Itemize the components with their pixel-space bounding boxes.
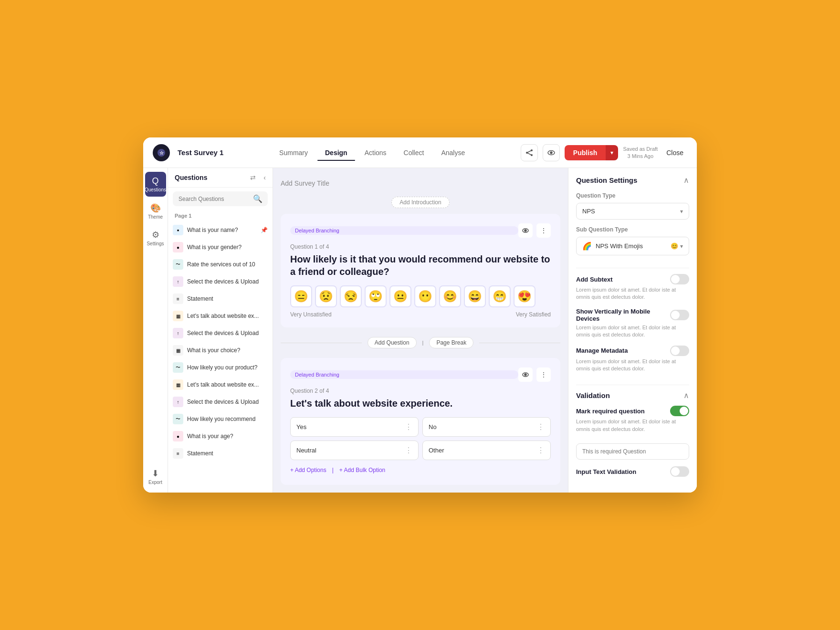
add-bulk-button[interactable]: + Add Bulk Option [339, 467, 385, 473]
question-type-dropdown[interactable]: NPS ▾ [576, 203, 689, 220]
emoji-btn-1[interactable]: 😟 [315, 285, 337, 307]
search-input[interactable] [178, 196, 250, 202]
collapse-icon[interactable]: ‹ [263, 174, 266, 181]
add-survey-title[interactable]: Add Survey Title [281, 176, 560, 191]
list-item[interactable]: ▪ What is your name? 📌 [168, 221, 273, 239]
list-item[interactable]: ↑ Select the devices & Upload [168, 325, 273, 342]
manage-metadata-toggle[interactable] [670, 346, 689, 356]
mc-option-text: Neutral [296, 447, 316, 454]
right-panel-collapse-button[interactable]: ∧ [683, 176, 689, 185]
validation-collapse-button[interactable]: ∧ [683, 391, 689, 400]
svg-point-8 [550, 152, 552, 154]
q-icon-type: ↑ [173, 276, 183, 287]
question-list: ▪ What is your name? 📌 ● What is your ge… [168, 221, 273, 493]
q2-number: Question 2 of 4 [290, 388, 551, 394]
q-item-text: What is your name? [187, 227, 257, 233]
mc-option-more[interactable]: ⋮ [405, 446, 412, 455]
list-item[interactable]: ▦ Let's talk about website ex... [168, 376, 273, 393]
mark-required-toggle[interactable] [670, 406, 689, 416]
settings-label: Settings [147, 241, 164, 246]
list-item[interactable]: 〜 How likely you recommend [168, 410, 273, 428]
sub-question-type-label: Sub Question Type [576, 226, 689, 233]
list-item[interactable]: ▦ Let's talk about website ex... [168, 307, 273, 325]
add-options-pipe: | [332, 467, 334, 473]
publish-dropdown-button[interactable]: ▾ [606, 145, 618, 160]
list-item[interactable]: ≡ Statement [168, 290, 273, 307]
sidebar-theme[interactable]: 🎨 Theme [145, 199, 166, 223]
input-text-validation-toggle[interactable] [670, 466, 689, 477]
emoji-btn-7[interactable]: 😄 [464, 285, 486, 307]
mc-option-more[interactable]: ⋮ [537, 422, 545, 431]
list-item[interactable]: ↑ Select the devices & Upload [168, 273, 273, 290]
list-item[interactable]: ≡ Statement [168, 445, 273, 462]
q-item-text: What is your age? [187, 433, 268, 440]
search-box: 🔍 [173, 191, 268, 206]
divider-right [479, 343, 560, 343]
tab-design[interactable]: Design [317, 145, 355, 160]
sub-question-type-dropdown[interactable]: 🌈 NPS With Emojis 😊 ▾ [576, 237, 689, 255]
mc-option-more[interactable]: ⋮ [405, 422, 412, 431]
questions-panel-title: Questions [175, 174, 246, 181]
card-eye-button-1[interactable] [518, 223, 533, 238]
tab-analyse[interactable]: Analyse [433, 145, 472, 160]
card-eye-button-2[interactable] [518, 368, 533, 382]
show-vertical-toggle[interactable] [670, 310, 689, 320]
list-item[interactable]: ● What is your age? [168, 428, 273, 445]
card-more-button-1[interactable]: ⋮ [536, 223, 551, 238]
sidebar-export[interactable]: ⬇ Export [145, 464, 166, 489]
add-options-button[interactable]: + Add Options [290, 467, 326, 473]
list-item[interactable]: ● What is your gender? [168, 239, 273, 256]
list-item[interactable]: ↑ Select the devices & Upload [168, 393, 273, 410]
publish-button[interactable]: Publish [565, 145, 606, 160]
questions-label: Questions [145, 187, 166, 192]
card-more-button-2[interactable]: ⋮ [536, 368, 551, 382]
preview-icon[interactable] [543, 144, 560, 161]
sub-type-emoji: 🌈 [582, 242, 592, 251]
mc-option-more[interactable]: ⋮ [537, 446, 545, 455]
add-intro-button[interactable]: Add Introduction [391, 197, 449, 208]
add-question-button[interactable]: Add Question [368, 337, 417, 348]
close-button[interactable]: Close [662, 147, 687, 158]
q-item-text: Select the devices & Upload [187, 330, 268, 336]
add-subtext-label: Add Subtext [576, 276, 670, 283]
emoji-row: 😑 😟 😒 🙄 😐 😶 😊 😄 😁 😍 [290, 285, 551, 307]
list-item[interactable]: 〜 Rate the services out of 10 [168, 256, 273, 273]
q-item-text: Let's talk about website ex... [187, 313, 268, 319]
emoji-btn-3[interactable]: 🙄 [365, 285, 387, 307]
required-question-input[interactable] [576, 443, 689, 460]
emoji-btn-5[interactable]: 😶 [414, 285, 436, 307]
main-content: Q Questions 🎨 Theme ⚙ Settings ⬇ Export … [143, 168, 697, 493]
list-item[interactable]: ▦ What is your choice? [168, 342, 273, 359]
export-label: Export [148, 480, 162, 485]
emoji-btn-6[interactable]: 😊 [439, 285, 461, 307]
emoji-btn-0[interactable]: 😑 [290, 285, 312, 307]
card-top-bar-1: Delayed Branching ⋮ [290, 223, 551, 238]
tab-summary[interactable]: Summary [272, 145, 315, 160]
app-logo[interactable]: ☆ [153, 144, 170, 161]
emoji-btn-4[interactable]: 😐 [389, 285, 411, 307]
shuffle-icon[interactable]: ⇄ [250, 174, 256, 181]
emoji-btn-8[interactable]: 😁 [489, 285, 511, 307]
sidebar-questions[interactable]: Q Questions [145, 172, 166, 197]
emoji-btn-2[interactable]: 😒 [340, 285, 362, 307]
mc-option-yes: Yes ⋮ [290, 417, 419, 437]
list-item[interactable]: 〜 How likely you our product? [168, 359, 273, 376]
tab-actions[interactable]: Actions [357, 145, 394, 160]
emoji-btn-9[interactable]: 😍 [514, 285, 536, 307]
mc-options: Yes ⋮ No ⋮ Neutral ⋮ Other ⋮ [290, 417, 551, 460]
q-icon-type: ≡ [173, 294, 183, 304]
add-subtext-desc: Lorem ipsum dolor sit amet. Et dolor ist… [576, 286, 689, 301]
app-title: Test Survey 1 [178, 148, 223, 157]
q-icon-type: ● [173, 431, 183, 441]
tab-collect[interactable]: Collect [396, 145, 432, 160]
add-options-bar: + Add Options | + Add Bulk Option [290, 465, 551, 475]
page-break-button[interactable]: Page Break [429, 337, 473, 348]
theme-label: Theme [148, 214, 163, 220]
manage-metadata-row: Manage Metadata [576, 346, 689, 356]
mark-required-desc: Lorem ipsum dolor sit amet. Et dolor ist… [576, 418, 689, 433]
add-subtext-toggle[interactable] [670, 274, 689, 284]
sidebar-settings[interactable]: ⚙ Settings [145, 225, 166, 250]
q-icon-type: ▦ [173, 311, 183, 321]
share-icon[interactable] [521, 144, 538, 161]
nav-tabs: Summary Design Actions Collect Analyse [272, 145, 472, 160]
